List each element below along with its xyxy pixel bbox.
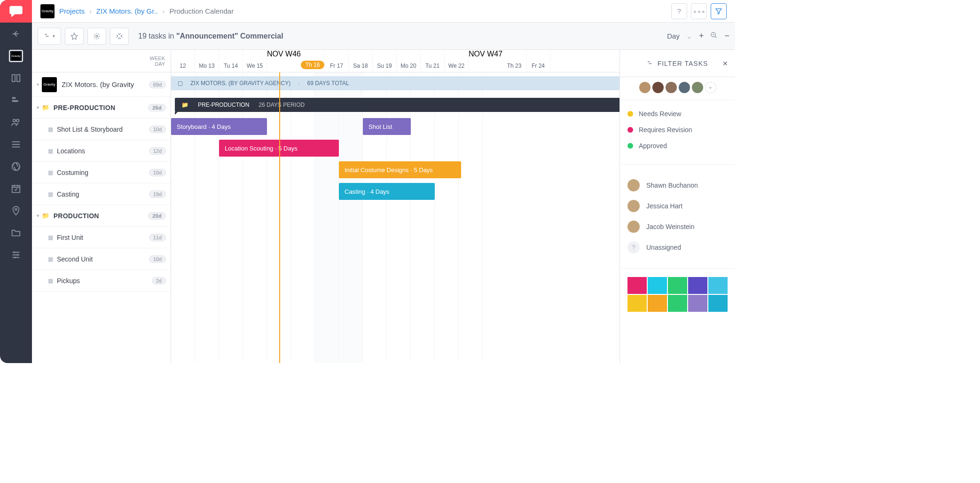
tree-section-preproduction[interactable]: ▾ 📁 PRE-PRODUCTION 26d: [32, 97, 171, 119]
tree-task-row[interactable]: ▦Casting19d: [32, 183, 171, 205]
collapse-button[interactable]: [110, 28, 129, 45]
folder-icon: 📁: [42, 104, 49, 111]
color-swatch[interactable]: [648, 295, 667, 312]
day-column[interactable]: We 22: [445, 50, 469, 72]
filter-person-item[interactable]: Jessica Hart: [627, 196, 728, 216]
filter-person-item[interactable]: ?Unassigned: [627, 237, 728, 258]
tree-task-row[interactable]: ▦Locations12d: [32, 140, 171, 162]
zoom-out-button[interactable]: −: [724, 31, 729, 41]
view-mode-select[interactable]: Day: [667, 32, 680, 40]
day-column[interactable]: Mo 13: [195, 50, 219, 72]
breadcrumb-project[interactable]: ZIX Motors. (by Gr..: [96, 7, 158, 15]
color-swatch[interactable]: [688, 277, 707, 294]
day-column[interactable]: Mo 20: [397, 50, 421, 72]
nav-files[interactable]: [0, 222, 32, 244]
aperture-icon: [11, 161, 21, 172]
chat-bubble-icon: [9, 4, 23, 18]
day-column[interactable]: Fr 24: [526, 50, 550, 72]
tree-task-row[interactable]: ▦Pickups2d: [32, 270, 171, 292]
day-column[interactable]: Th 23: [502, 50, 526, 72]
folder-icon: [11, 228, 21, 238]
svg-rect-17: [649, 63, 651, 64]
filter-person-item[interactable]: Jacob Weinstein: [627, 216, 728, 237]
tree-task-row[interactable]: ▦First Unit11d: [32, 227, 171, 248]
nav-team[interactable]: [0, 111, 32, 133]
day-column[interactable]: Su 19: [373, 50, 397, 72]
more-button[interactable]: ∘∘∘: [691, 3, 707, 19]
settings-button[interactable]: [87, 28, 106, 45]
tree-task-row[interactable]: ▦Shot List & Storyboard10d: [32, 119, 171, 140]
zoom-button[interactable]: [710, 32, 718, 40]
tree-section-production[interactable]: ▾ 📁 PRODUCTION 20d: [32, 205, 171, 227]
app-logo[interactable]: [0, 0, 32, 23]
nav-tasks[interactable]: [0, 89, 32, 111]
add-button[interactable]: +: [699, 31, 704, 41]
filter-panel: FILTER TASKS ✕ + Needs ReviewRequires Re…: [619, 50, 735, 363]
day-column[interactable]: Tu 21: [421, 50, 445, 72]
task-icon: ▦: [48, 191, 53, 198]
filter-status-item[interactable]: Needs Review: [627, 106, 728, 122]
avatar[interactable]: [692, 82, 703, 93]
filter-person-item[interactable]: Shawn Buchanon: [627, 175, 728, 196]
color-swatch[interactable]: [627, 277, 647, 294]
gantt-bar-costume[interactable]: Initial Costume Designs · 5 Days: [339, 161, 461, 178]
tree-task-row[interactable]: ▦Costuming10d: [32, 162, 171, 183]
day-column[interactable]: Sa 18: [349, 50, 373, 72]
week-label: NOV W46: [267, 50, 301, 72]
close-button[interactable]: ✕: [722, 60, 729, 67]
help-button[interactable]: ?: [671, 3, 687, 19]
color-swatch[interactable]: [668, 295, 687, 312]
avatar[interactable]: [652, 82, 664, 93]
main-area: Gravity Projects › ZIX Motors. (by Gr.. …: [32, 0, 735, 363]
nav-aperture[interactable]: [0, 155, 32, 177]
tree-project-row[interactable]: ▾ Gravity ZIX Motors. (by Gravity 69d: [32, 72, 171, 97]
task-icon: ▦: [48, 277, 53, 284]
star-button[interactable]: [65, 28, 84, 45]
color-swatch[interactable]: [688, 295, 707, 312]
nav-settings[interactable]: [0, 244, 32, 266]
nav-calendar[interactable]: [0, 177, 32, 199]
day-column[interactable]: Tu 14: [219, 50, 243, 72]
gantt-section-bar[interactable]: 📁PRE-PRODUCTION26 DAYS PERIOD: [175, 98, 619, 112]
add-person-button[interactable]: +: [705, 82, 716, 93]
tasks-icon: [11, 95, 21, 105]
filter-status-item[interactable]: Approved: [627, 138, 728, 154]
nav-collapse[interactable]: [0, 23, 32, 45]
nav-boards[interactable]: [0, 67, 32, 89]
color-swatch[interactable]: [668, 277, 687, 294]
color-swatch[interactable]: [708, 295, 728, 312]
breadcrumb-projects[interactable]: Projects: [59, 7, 85, 15]
chevron-down-icon: ⌄: [686, 32, 692, 40]
filter-status-item[interactable]: Requires Revision: [627, 122, 728, 138]
avatar[interactable]: [679, 82, 690, 93]
filter-icon: [647, 60, 654, 67]
day-column[interactable]: Fr 17: [325, 50, 349, 72]
week-header-label: WEEK: [150, 55, 165, 61]
hierarchy-dropdown[interactable]: ▾: [38, 28, 61, 45]
filter-toggle-button[interactable]: [711, 3, 727, 19]
nav-list[interactable]: [0, 133, 32, 155]
avatar[interactable]: [639, 82, 651, 93]
day-column[interactable]: We 15: [243, 50, 267, 72]
gantt-bar-shotlist[interactable]: Shot List: [363, 118, 411, 135]
color-swatch[interactable]: [708, 277, 728, 294]
timeline-header: 12Mo 13Tu 14We 15NOV W46Th 16Fr 17Sa 18S…: [171, 50, 619, 72]
people-icon: [11, 117, 21, 127]
project-avatar[interactable]: Gravity: [40, 4, 55, 18]
nav-location[interactable]: [0, 199, 32, 222]
avatar[interactable]: [666, 82, 677, 93]
gantt-project-bar[interactable]: ▢ZIX MOTORS. (BY GRAVITY AGENCY)·69 DAYS…: [171, 76, 619, 90]
tree-task-row[interactable]: ▦Second Unit10d: [32, 248, 171, 270]
day-column[interactable]: Th 16: [301, 50, 325, 72]
color-swatch[interactable]: [627, 295, 647, 312]
gantt-bar-storyboard[interactable]: Storyboard · 4 Days: [171, 118, 267, 135]
chevron-down-icon: ▾: [37, 105, 39, 110]
gantt-bar-casting[interactable]: Casting · 4 Days: [339, 183, 435, 200]
svg-point-10: [17, 254, 19, 256]
nav-project[interactable]: Gravity: [0, 45, 32, 67]
week-label: NOV W47: [469, 50, 502, 72]
day-column[interactable]: 12: [171, 50, 195, 72]
color-swatch[interactable]: [648, 277, 667, 294]
task-icon: ▦: [48, 234, 53, 241]
svg-rect-16: [648, 61, 650, 62]
